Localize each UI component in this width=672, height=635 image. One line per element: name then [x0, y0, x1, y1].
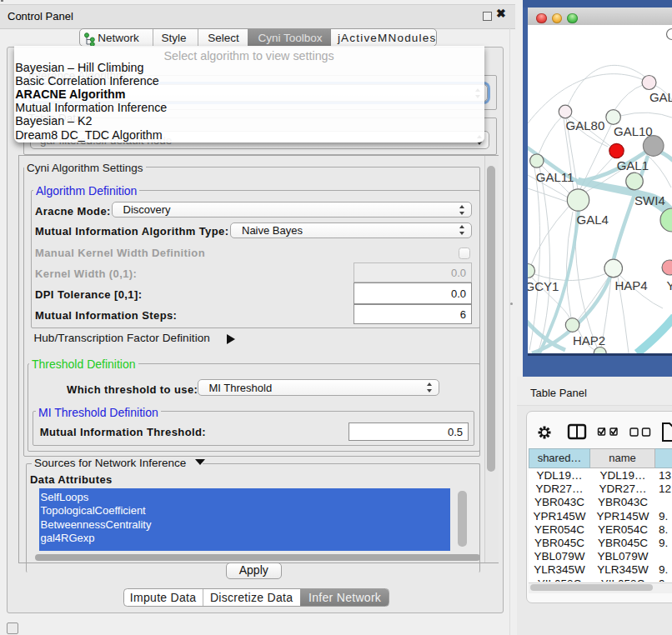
svg-text:GAL1: GAL1	[617, 158, 649, 172]
svg-text:GAL80: GAL80	[566, 118, 605, 132]
svg-text:Y: Y	[667, 278, 672, 292]
svg-text:GAL4: GAL4	[577, 212, 609, 227]
svg-text:GAL: GAL	[649, 90, 672, 104]
svg-text:HAP4: HAP4	[615, 278, 648, 292]
svg-text:HAP2: HAP2	[573, 333, 605, 348]
svg-text:SWI4: SWI4	[634, 193, 665, 208]
svg-text:GCY1: GCY1	[528, 279, 559, 293]
svg-text:GAL10: GAL10	[614, 124, 653, 138]
svg-text:GAL11: GAL11	[536, 170, 574, 184]
